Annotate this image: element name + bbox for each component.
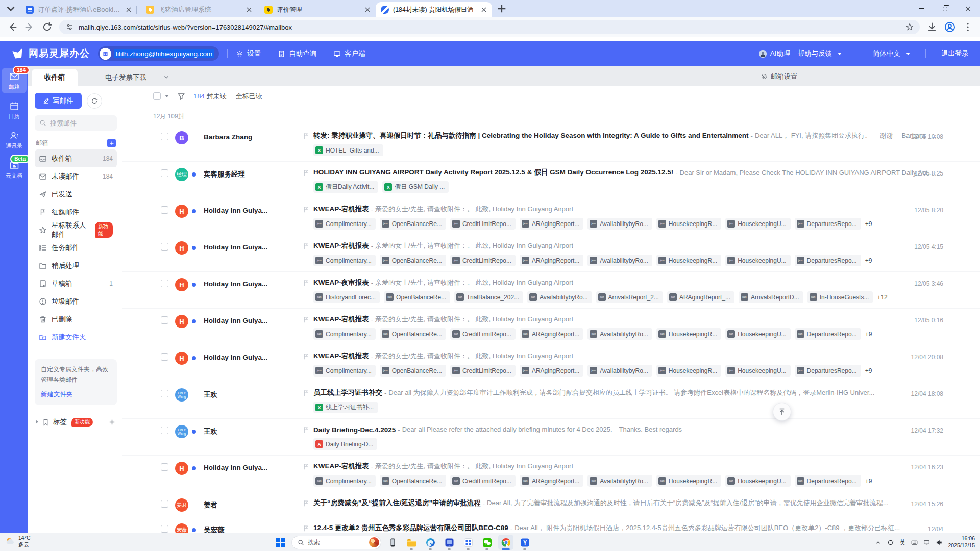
keyboard-icon[interactable]	[911, 539, 918, 546]
back-icon[interactable]	[7, 22, 17, 32]
minimize-button[interactable]	[910, 0, 933, 17]
new-folder-link[interactable]: 新建文件夹	[41, 389, 111, 400]
sidebar-folder-垃圾邮件[interactable]: 垃圾邮件	[35, 292, 117, 310]
attachment-chip[interactable]: jsonCreditLimitRepo...	[450, 328, 516, 340]
email-checkbox[interactable]	[161, 243, 168, 251]
flag-icon[interactable]	[302, 524, 310, 532]
email-row[interactable]: HHoliday Inn Guiya...KWEAP-夜审报表-亲爱的女士/先生…	[122, 272, 980, 309]
attachment-chip[interactable]: jsonHousekeepingR...	[656, 475, 721, 487]
add-account-button[interactable]	[107, 139, 116, 147]
attachment-chip[interactable]: jsonDeparturesRepo...	[795, 475, 861, 487]
email-checkbox[interactable]	[161, 280, 168, 287]
email-row[interactable]: 姜君姜君关于“房费减免”及“提前入住/延迟退房”申请的审批流程-Dear All…	[122, 492, 980, 517]
attachment-chip[interactable]: jsonARAgingReport_...	[667, 291, 734, 303]
email-checkbox[interactable]	[161, 500, 168, 508]
mail-search-field[interactable]	[50, 119, 112, 127]
help-feedback-menu[interactable]: 帮助与反馈	[798, 49, 842, 58]
rail-item-日历[interactable]: 日历	[2, 97, 27, 123]
email-checkbox[interactable]	[161, 463, 168, 471]
attachment-chip[interactable]: X假日 GSM Daily ...	[382, 181, 449, 193]
email-row[interactable]: HHoliday Inn Guiya...KWEAP-宕机报表-亲爱的女士/先生…	[122, 235, 980, 272]
taskbar-search[interactable]	[291, 536, 381, 549]
tab-search-icon[interactable]	[4, 2, 17, 15]
attachment-chip[interactable]: jsonComplimentary...	[313, 475, 376, 487]
attachment-chip[interactable]: jsonHousekeepingR...	[656, 255, 721, 266]
email-row[interactable]: BBarbara Zhang转发: 秉持职业操守、喜迎假日时节：礼品与款待指南 …	[122, 125, 980, 162]
flag-icon[interactable]	[302, 463, 310, 470]
start-button[interactable]	[273, 535, 288, 550]
email-row[interactable]: ChLeWang王欢员工线上学习证书补交-Dear all 为保障人力资源部年度…	[122, 382, 980, 419]
browser-profile-icon[interactable]	[944, 21, 955, 33]
tab-close-icon[interactable]	[363, 6, 372, 14]
scroll-top-button[interactable]	[773, 403, 791, 421]
mailbox-settings-button[interactable]: 邮箱设置	[761, 72, 797, 81]
mail-tab-电子发票下载[interactable]: 电子发票下载	[96, 69, 156, 86]
attachment-chip[interactable]: jsonOpenBalanceRe...	[380, 218, 446, 230]
attachment-chip[interactable]: jsonIn-HouseGuests...	[807, 291, 873, 303]
attachment-chip[interactable]: jsonHousekeepingU...	[725, 255, 790, 266]
flag-icon[interactable]	[302, 353, 310, 360]
email-row[interactable]: HHoliday Inn Guiya...KWEAP-宕机报表-亲爱的女士/先生…	[122, 309, 980, 345]
close-button[interactable]	[957, 0, 980, 17]
account-switcher[interactable]: lilith.zhong@hihiexguiyang.com	[98, 46, 219, 61]
reload-icon[interactable]	[42, 22, 52, 32]
flag-icon[interactable]	[302, 499, 310, 507]
email-checkbox[interactable]	[161, 206, 168, 214]
attachment-chip[interactable]: X假日Daily Activit...	[313, 181, 378, 193]
taskbar-app-edge-icon[interactable]	[423, 535, 438, 550]
mark-all-read-button[interactable]: 全标已读	[236, 92, 262, 101]
flag-icon[interactable]	[302, 242, 310, 250]
email-row[interactable]: ChLeWang王欢Daily Briefing-Dec.4.2025-Dear…	[122, 419, 980, 456]
attachment-chip[interactable]: jsonAvailabilitybyRo...	[587, 218, 652, 230]
attachment-chip[interactable]: jsonArrivalsReport_2...	[596, 291, 663, 303]
attachment-chip[interactable]: jsonDeparturesRepo...	[795, 365, 861, 377]
attachment-chip[interactable]: jsonOpenBalanceRe...	[380, 255, 446, 266]
taskbar-app-phone-icon[interactable]	[385, 535, 400, 550]
sidebar-folder-未读邮件[interactable]: 未读邮件184	[35, 167, 117, 185]
browser-tab[interactable]: 订单点评·携程酒店eBooking	[20, 2, 137, 17]
sidebar-folder-收件箱[interactable]: 收件箱184	[35, 149, 117, 167]
attachment-chip[interactable]: jsonComplimentary...	[313, 328, 376, 340]
taskbar-clock[interactable]: 16:06 2025/12/15	[948, 535, 975, 549]
attachment-chip[interactable]: jsonHousekeepingU...	[725, 475, 790, 487]
tab-close-icon[interactable]	[480, 6, 488, 14]
attachment-chip[interactable]: jsonCreditLimitRepo...	[450, 365, 516, 377]
header-nav-settings[interactable]: 设置	[236, 49, 261, 58]
flag-icon[interactable]	[302, 206, 310, 213]
taskbar-app-store-grid-icon[interactable]	[460, 535, 476, 550]
maximize-button[interactable]	[933, 0, 957, 17]
attachment-chip[interactable]: X线上学习证书补...	[313, 402, 378, 413]
attachment-chip[interactable]: jsonARAgingReport...	[520, 218, 583, 230]
new-tab-button[interactable]	[495, 2, 508, 15]
ime-language-indicator[interactable]: 英	[899, 538, 905, 547]
attachment-chip[interactable]: jsonHousekeepingR...	[656, 365, 721, 377]
attachment-chip[interactable]: jsonHousekeepingU...	[725, 365, 790, 377]
email-checkbox[interactable]	[161, 169, 168, 177]
sidebar-folder-草稿箱[interactable]: 草稿箱1	[35, 274, 117, 292]
attachment-chip[interactable]: jsonCreditLimitRepo...	[450, 475, 516, 487]
sidebar-folder-星标联系人邮件[interactable]: 星标联系人邮件新功能	[35, 221, 117, 239]
volume-icon[interactable]	[936, 539, 942, 546]
email-row[interactable]: 宏薇吴宏薇12.4-5 更改单2 贵州五色秀多彩品牌运营有限公司团队BEO-C8…	[122, 517, 980, 533]
browser-tab[interactable]: (184封未读) 贵阳机场假日酒	[376, 2, 492, 17]
email-checkbox[interactable]	[161, 133, 168, 140]
taskbar-search-field[interactable]	[308, 539, 365, 546]
attachment-chip[interactable]: jsonOpenBalanceRe...	[380, 475, 446, 487]
ai-assistant-button[interactable]: AI助理	[759, 49, 791, 58]
attachment-chip[interactable]: jsonOpenBalanceRe...	[384, 291, 450, 303]
sidebar-folder-已发送[interactable]: 已发送	[35, 185, 117, 203]
sidebar-folder-稍后处理[interactable]: 稍后处理	[35, 257, 117, 274]
email-checkbox[interactable]	[161, 427, 168, 434]
refresh-button[interactable]	[87, 93, 102, 109]
bookmark-star-icon[interactable]	[905, 23, 914, 31]
flag-icon[interactable]	[302, 169, 310, 177]
taskbar-app-finance-yen-icon[interactable]: ¥	[517, 535, 532, 550]
browser-menu-icon[interactable]	[963, 22, 973, 32]
attachment-chip[interactable]: jsonHousekeepingR...	[656, 328, 721, 340]
email-row[interactable]: HHoliday Inn Guiya...KWEAP-宕机报表-亲爱的女士/先生…	[122, 345, 980, 382]
attachment-chip[interactable]: jsonAvailabilitybyRo...	[587, 365, 652, 377]
sidebar-folder-任务邮件[interactable]: 任务邮件	[35, 239, 117, 257]
attachment-chip[interactable]: jsonTrialBalance_202...	[454, 291, 523, 303]
flag-icon[interactable]	[302, 426, 310, 434]
tab-close-icon[interactable]	[125, 6, 133, 14]
